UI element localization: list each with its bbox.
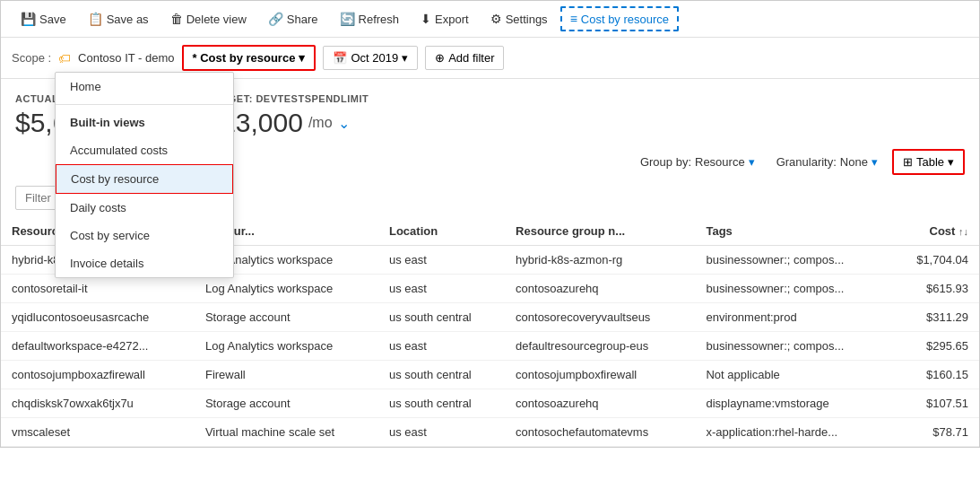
group-by-chevron: ▾ bbox=[749, 155, 755, 169]
add-filter-button[interactable]: ⊕ Add filter bbox=[425, 46, 504, 70]
sort-icon: ↑↓ bbox=[958, 226, 968, 237]
cell-resource: vmscaleset bbox=[1, 418, 195, 447]
cell-rg: contosoazurehq bbox=[505, 389, 695, 418]
table-view-button[interactable]: ⊞ Table ▾ bbox=[892, 149, 965, 175]
delete-view-button[interactable]: 🗑 Delete view bbox=[161, 7, 256, 31]
menu-item-accumulated[interactable]: Accumulated costs bbox=[56, 136, 233, 164]
calendar-icon: 📅 bbox=[333, 51, 347, 65]
table-row[interactable]: contosojumpboxazfirewall Firewall us sou… bbox=[1, 361, 979, 389]
menu-item-cost-by-service[interactable]: Cost by service bbox=[56, 222, 233, 249]
cell-tags: environment:prod bbox=[695, 303, 889, 332]
cell-cost: $295.65 bbox=[889, 332, 979, 361]
cell-resource: contosoretail-it bbox=[1, 275, 195, 303]
cell-rg: contosoazurehq bbox=[505, 275, 695, 303]
col-rg[interactable]: Resource group n... bbox=[505, 217, 695, 246]
view-dropdown-button[interactable]: * Cost by resource ▾ bbox=[182, 45, 317, 71]
refresh-icon: 🔄 bbox=[340, 12, 355, 26]
group-by-value: Resource bbox=[695, 155, 745, 169]
col-tags[interactable]: Tags bbox=[695, 217, 889, 246]
granularity-value: None bbox=[840, 155, 868, 169]
table-view-chevron: ▾ bbox=[948, 155, 954, 169]
save-icon: 💾 bbox=[21, 12, 36, 26]
cell-location: us east bbox=[378, 246, 505, 275]
cell-resource: chqdisksk7owxak6tjx7u bbox=[1, 389, 195, 418]
cell-resource: contosojumpboxazfirewall bbox=[1, 361, 195, 389]
scope-value: Contoso IT - demo bbox=[78, 51, 174, 65]
settings-button[interactable]: ⚙ Settings bbox=[481, 7, 557, 31]
budget-chevron[interactable]: ⌄ bbox=[338, 115, 350, 132]
table-icon: ≡ bbox=[570, 12, 577, 26]
main-container: 💾 Save 📋 Save as 🗑 Delete view 🔗 Share 🔄… bbox=[0, 0, 980, 448]
cell-location: us south central bbox=[378, 303, 505, 332]
cell-location: us east bbox=[378, 418, 505, 447]
cell-resource: defaultworkspace-e4272... bbox=[1, 332, 195, 361]
cell-resource-type: Firewall bbox=[195, 361, 378, 389]
granularity-control[interactable]: Granularity: None ▾ bbox=[769, 152, 885, 172]
budget-unit: /mo bbox=[308, 115, 333, 131]
cell-cost: $615.93 bbox=[889, 275, 979, 303]
save-as-button[interactable]: 📋 Save as bbox=[79, 7, 158, 31]
cell-resource-type: Log Analytics workspace bbox=[195, 275, 378, 303]
save-button[interactable]: 💾 Save bbox=[12, 7, 75, 31]
cell-rg: contosojumpboxfirewall bbox=[505, 361, 695, 389]
cell-tags: businessowner:; compos... bbox=[695, 275, 889, 303]
date-label: Oct 2019 bbox=[351, 51, 398, 65]
chevron-down-icon: ▾ bbox=[299, 51, 305, 65]
table-row[interactable]: defaultworkspace-e4272... Log Analytics … bbox=[1, 332, 979, 361]
table-view-icon: ⊞ bbox=[903, 155, 913, 169]
table-row[interactable]: vmscaleset Virtual machine scale set us … bbox=[1, 418, 979, 447]
menu-divider bbox=[56, 104, 233, 105]
view-dropdown-menu: Home Built-in views Accumulated costs Co… bbox=[55, 72, 234, 278]
cell-tags: displayname:vmstorage bbox=[695, 389, 889, 418]
cell-cost: $1,704.04 bbox=[889, 246, 979, 275]
active-tab-button[interactable]: ≡ Cost by resource bbox=[560, 6, 679, 31]
cell-cost: $107.51 bbox=[889, 389, 979, 418]
cell-resource-type: Log Analytics workspace bbox=[195, 332, 378, 361]
scope-label: Scope : bbox=[12, 51, 51, 65]
cell-tags: businessowner:; compos... bbox=[695, 332, 889, 361]
table-row[interactable]: chqdisksk7owxak6tjx7u Storage account us… bbox=[1, 389, 979, 418]
granularity-chevron: ▾ bbox=[872, 155, 878, 169]
menu-item-cost-by-resource[interactable]: Cost by resource bbox=[56, 164, 233, 194]
table-view-label: Table bbox=[916, 155, 944, 169]
cell-rg: defaultresourcegroup-eus bbox=[505, 332, 695, 361]
toolbar: 💾 Save 📋 Save as 🗑 Delete view 🔗 Share 🔄… bbox=[1, 1, 979, 38]
menu-item-home[interactable]: Home bbox=[56, 73, 233, 100]
table-row[interactable]: contosoretail-it Log Analytics workspace… bbox=[1, 275, 979, 303]
filter-icon: ⊕ bbox=[435, 51, 445, 65]
menu-section-builtin: Built-in views bbox=[56, 109, 233, 136]
cell-resource: yqidlucontosoeusasrcache bbox=[1, 303, 195, 332]
cell-cost: $160.15 bbox=[889, 361, 979, 389]
cell-tags: x-application:rhel-harde... bbox=[695, 418, 889, 447]
chevron-down-icon: ▾ bbox=[402, 51, 408, 65]
cell-rg: hybrid-k8s-azmon-rg bbox=[505, 246, 695, 275]
cell-tags: Not applicable bbox=[695, 361, 889, 389]
share-icon: 🔗 bbox=[268, 12, 283, 26]
export-icon: ⬇ bbox=[421, 12, 431, 26]
cell-rg: contosorecoveryvaultseus bbox=[505, 303, 695, 332]
refresh-button[interactable]: 🔄 Refresh bbox=[331, 7, 409, 31]
cell-tags: businessowner:; compos... bbox=[695, 246, 889, 275]
menu-item-invoice-details[interactable]: Invoice details bbox=[56, 249, 233, 277]
cell-cost: $78.71 bbox=[889, 418, 979, 447]
scope-bar: Scope : 🏷 Contoso IT - demo * Cost by re… bbox=[1, 38, 979, 79]
menu-item-daily-costs[interactable]: Daily costs bbox=[56, 194, 233, 222]
share-button[interactable]: 🔗 Share bbox=[259, 7, 327, 31]
cell-resource-type: Storage account bbox=[195, 389, 378, 418]
group-by-label: Group by: bbox=[640, 155, 691, 169]
delete-icon: 🗑 bbox=[170, 12, 183, 26]
group-by-control[interactable]: Group by: Resource ▾ bbox=[633, 152, 762, 172]
cell-location: us east bbox=[378, 275, 505, 303]
export-button[interactable]: ⬇ Export bbox=[412, 7, 478, 31]
table-row[interactable]: yqidlucontosoeusasrcache Storage account… bbox=[1, 303, 979, 332]
cell-resource-type: Virtual machine scale set bbox=[195, 418, 378, 447]
filter-label: Add filter bbox=[448, 51, 494, 65]
date-button[interactable]: 📅 Oct 2019 ▾ bbox=[323, 46, 418, 70]
scope-icon: 🏷 bbox=[58, 51, 71, 65]
cell-rg: contosochefautomatevms bbox=[505, 418, 695, 447]
col-location[interactable]: Location bbox=[378, 217, 505, 246]
cell-resource-type: Storage account bbox=[195, 303, 378, 332]
col-cost[interactable]: Cost ↑↓ bbox=[889, 217, 979, 246]
cell-cost: $311.29 bbox=[889, 303, 979, 332]
save-as-icon: 📋 bbox=[88, 12, 103, 26]
